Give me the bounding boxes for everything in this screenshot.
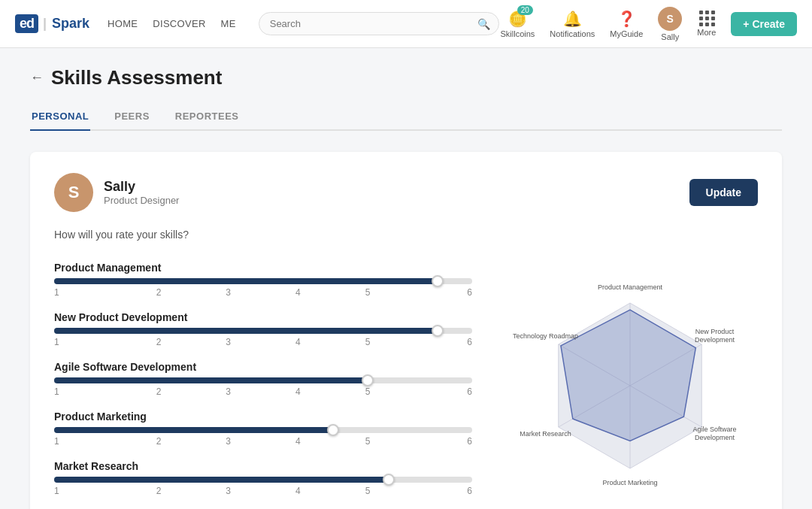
skill-name: Product Marketing <box>54 411 472 423</box>
slider-fill <box>54 377 368 383</box>
notifications-label: Notifications <box>550 29 595 38</box>
assessment-card: S Sally Product Designer Update How will… <box>30 152 782 509</box>
skillcoins-button[interactable]: 🪙 20 Skillcoins <box>500 10 535 38</box>
create-button[interactable]: + Create <box>731 12 797 36</box>
nav-me[interactable]: ME <box>221 18 236 29</box>
skill-name: Agile Software Development <box>54 361 472 373</box>
nav-home[interactable]: HOME <box>108 18 138 29</box>
user-name: Sally <box>104 179 179 195</box>
slider-labels: 1 2 3 4 5 6 <box>54 436 472 447</box>
skills-layout: Product Management 1 2 3 4 5 6 New Produ… <box>54 262 758 509</box>
user-menu-label: Sally <box>661 32 679 41</box>
notifications-button[interactable]: 🔔 Notifications <box>550 10 595 38</box>
search-input[interactable] <box>259 12 499 35</box>
logo: ed Spark <box>15 14 89 33</box>
slider-container: 1 2 3 4 5 6 <box>54 328 472 347</box>
skill-name: Market Research <box>54 460 472 472</box>
skill-row: New Product Development 1 2 3 4 5 6 <box>54 311 472 347</box>
skills-sliders: Product Management 1 2 3 4 5 6 New Produ… <box>54 262 472 509</box>
slider-thumb <box>432 275 444 287</box>
nav-links: HOME DISCOVER ME <box>108 18 236 29</box>
skill-name: New Product Development <box>54 311 472 323</box>
bell-icon: 🔔 <box>563 10 582 28</box>
slider-thumb <box>362 374 374 386</box>
logo-spark: Spark <box>43 16 89 32</box>
search-icon: 🔍 <box>477 18 490 30</box>
logo-ed: ed <box>15 14 38 33</box>
tabs-row: PERSONAL PEERS REPORTEES <box>30 105 782 131</box>
slider-fill <box>54 427 333 433</box>
slider-fill <box>54 278 438 284</box>
nav-right: 🪙 20 Skillcoins 🔔 Notifications ❓ MyGuid… <box>500 7 797 41</box>
user-role: Product Designer <box>104 195 179 206</box>
tab-personal[interactable]: PERSONAL <box>30 105 90 131</box>
navbar: ed Spark HOME DISCOVER ME 🔍 🪙 20 Skillco… <box>0 0 812 48</box>
page-header: ← Skills Assessment <box>30 66 782 89</box>
slider-labels: 1 2 3 4 5 6 <box>54 486 472 496</box>
radar-chart: Product ManagementNew ProductDevelopment… <box>510 269 750 509</box>
avatar: S <box>54 173 93 212</box>
page-title: Skills Assessment <box>51 66 222 89</box>
slider-track[interactable] <box>54 427 472 433</box>
slider-container: 1 2 3 4 5 6 <box>54 377 472 397</box>
svg-text:Product Management: Product Management <box>598 283 663 291</box>
user-info: S Sally Product Designer <box>54 173 179 212</box>
slider-track[interactable] <box>54 278 472 284</box>
skill-name: Product Management <box>54 262 472 274</box>
slider-track[interactable] <box>54 377 472 383</box>
svg-text:Product Marketing: Product Marketing <box>602 479 657 486</box>
myguide-button[interactable]: ❓ MyGuide <box>610 10 643 38</box>
more-menu[interactable]: More <box>697 11 716 37</box>
svg-text:New ProductDevelopment: New ProductDevelopment <box>695 328 735 344</box>
svg-text:Technology Roadmap: Technology Roadmap <box>513 332 578 340</box>
slider-track[interactable] <box>54 328 472 334</box>
slider-labels: 1 2 3 4 5 6 <box>54 337 472 347</box>
slider-fill <box>54 477 389 483</box>
radar-section: Product ManagementNew ProductDevelopment… <box>502 262 758 509</box>
myguide-label: MyGuide <box>610 29 643 38</box>
slider-thumb <box>327 424 339 436</box>
slider-container: 1 2 3 4 5 6 <box>54 427 472 447</box>
skill-row: Product Marketing 1 2 3 4 5 6 <box>54 411 472 447</box>
page-content: ← Skills Assessment PERSONAL PEERS REPOR… <box>8 48 804 509</box>
skill-row: Agile Software Development 1 2 3 4 5 6 <box>54 361 472 397</box>
skill-row: Product Management 1 2 3 4 5 6 <box>54 262 472 298</box>
skillcoins-badge: 20 <box>517 5 533 15</box>
nav-search-container: 🔍 <box>259 12 499 35</box>
update-button[interactable]: Update <box>689 179 758 206</box>
user-menu[interactable]: S Sally <box>658 7 682 41</box>
skillcoins-icon: 🪙 20 <box>508 10 527 28</box>
slider-thumb <box>432 325 444 337</box>
skillcoins-label: Skillcoins <box>500 29 535 38</box>
back-button[interactable]: ← <box>30 70 44 86</box>
nav-discover[interactable]: DISCOVER <box>153 18 205 29</box>
question-label: How will you rate your skills? <box>54 229 758 241</box>
slider-labels: 1 2 3 4 5 6 <box>54 386 472 397</box>
slider-track[interactable] <box>54 477 472 483</box>
slider-fill <box>54 328 438 334</box>
tab-reportees[interactable]: REPORTEES <box>174 105 241 131</box>
slider-thumb <box>383 474 395 486</box>
slider-container: 1 2 3 4 5 6 <box>54 477 472 496</box>
guide-icon: ❓ <box>617 10 636 28</box>
svg-text:Agile SoftwareDevelopment: Agile SoftwareDevelopment <box>693 426 737 441</box>
user-row: S Sally Product Designer Update <box>54 173 758 212</box>
svg-text:Market Research: Market Research <box>520 430 571 438</box>
slider-labels: 1 2 3 4 5 6 <box>54 287 472 298</box>
slider-container: 1 2 3 4 5 6 <box>54 278 472 298</box>
tab-peers[interactable]: PEERS <box>113 105 151 131</box>
grid-icon <box>699 11 714 26</box>
user-avatar: S <box>658 7 682 31</box>
more-label: More <box>697 28 716 37</box>
skill-row: Market Research 1 2 3 4 5 6 <box>54 460 472 496</box>
